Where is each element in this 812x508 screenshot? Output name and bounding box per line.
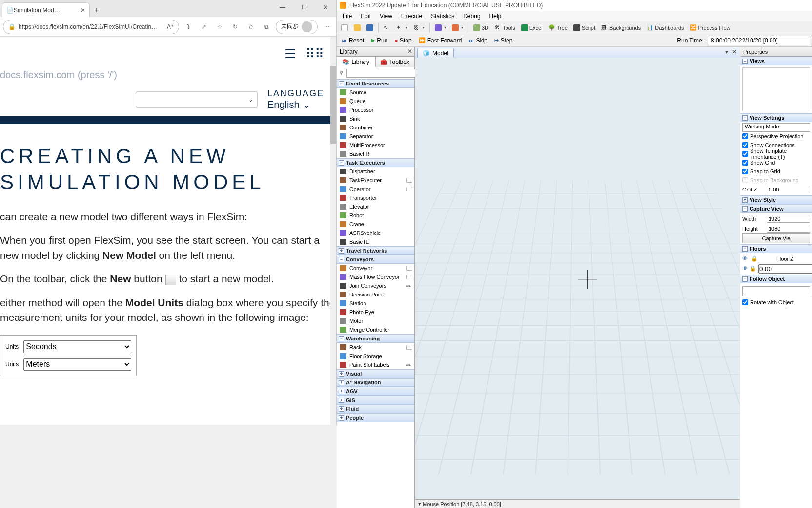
library-group[interactable]: −Warehousing xyxy=(337,334,414,343)
step-button[interactable]: ↦Step xyxy=(491,35,516,46)
library-item[interactable]: Queue xyxy=(337,97,414,106)
menu-edit[interactable]: Edit xyxy=(357,12,375,21)
open-button[interactable] xyxy=(351,22,363,33)
scrollbar-track[interactable] xyxy=(330,37,336,425)
library-item[interactable]: Elevator xyxy=(337,202,414,211)
menu-icon[interactable]: ☰ xyxy=(284,46,296,62)
library-item[interactable]: Separator xyxy=(337,132,414,141)
close-icon[interactable]: ✕ xyxy=(407,48,412,55)
section-capture-view[interactable]: −Capture View xyxy=(740,204,812,213)
lock-icon[interactable]: 🔒 xyxy=(751,255,758,262)
close-icon[interactable]: ✕ xyxy=(81,7,85,14)
time-units-select[interactable]: Seconds xyxy=(23,340,131,353)
dashboards-button[interactable]: 📊Dashboards xyxy=(644,22,686,33)
maximize-button[interactable]: ☐ xyxy=(293,0,315,15)
library-item[interactable]: Photo Eye xyxy=(337,308,414,317)
length-units-select[interactable]: Meters xyxy=(23,358,131,371)
connect-dropdown[interactable]: ⛓ xyxy=(411,22,427,33)
favorite-icon[interactable]: ✩ xyxy=(244,21,257,33)
backgrounds-button[interactable]: 🖼Backgrounds xyxy=(599,22,643,33)
menu-file[interactable]: File xyxy=(339,12,356,21)
lock-icon[interactable]: 🔒 xyxy=(750,265,756,272)
reader-icon[interactable]: A⁺ xyxy=(167,23,174,30)
floorz-input[interactable] xyxy=(758,264,812,274)
expand-badge-icon[interactable] xyxy=(406,345,412,350)
color-dropdown[interactable] xyxy=(432,22,448,33)
library-item[interactable]: Dispatcher xyxy=(337,167,414,176)
capture-width-input[interactable] xyxy=(767,215,810,223)
library-item[interactable]: Source xyxy=(337,88,414,97)
apps-grid-icon[interactable]: ⠿⠿ xyxy=(305,46,324,62)
library-group[interactable]: +A* Navigation xyxy=(337,378,414,387)
library-group[interactable]: +People xyxy=(337,413,414,422)
expand-badge-icon[interactable] xyxy=(406,275,412,279)
expand-badge-icon[interactable] xyxy=(406,266,412,271)
refresh-icon[interactable]: ↻ xyxy=(229,21,242,33)
capture-height-input[interactable] xyxy=(767,225,810,233)
chk-show-template[interactable] xyxy=(742,151,748,157)
gridz-input[interactable] xyxy=(767,186,810,193)
script-button[interactable]: Script xyxy=(571,22,598,33)
processflow-button[interactable]: 🔀Process Flow xyxy=(688,22,733,33)
library-group[interactable]: +Visual xyxy=(337,369,414,378)
tabs-dropdown-icon[interactable]: ▾ xyxy=(725,48,728,55)
menu-debug[interactable]: Debug xyxy=(459,12,484,21)
library-group[interactable]: −Conveyors xyxy=(337,255,414,264)
library-item[interactable]: Station xyxy=(337,299,414,308)
library-group[interactable]: −Fixed Resources xyxy=(337,79,414,88)
library-item[interactable]: BasicFR xyxy=(337,149,414,158)
browser-tab[interactable]: 📄 Simulation Mod… ✕ xyxy=(2,2,90,17)
chk-show-grid[interactable] xyxy=(742,160,748,166)
profile-sync-button[interactable]: 未同步 xyxy=(276,20,318,34)
eye-icon[interactable]: 👁 xyxy=(742,265,748,272)
library-group[interactable]: +Travel Networks xyxy=(337,246,414,255)
library-item[interactable]: MultiProcessor xyxy=(337,141,414,149)
create-object-dropdown[interactable]: ✦ xyxy=(394,22,410,33)
section-view-settings[interactable]: −View Settings xyxy=(740,113,812,122)
search-hint[interactable]: docs.flexsim.com (press '/') xyxy=(0,62,336,88)
new-button[interactable] xyxy=(339,22,350,33)
menu-view[interactable]: View xyxy=(376,12,396,21)
zoom-icon[interactable]: ⤢ xyxy=(198,21,210,33)
menu-execute[interactable]: Execute xyxy=(397,12,426,21)
library-item[interactable]: Operator xyxy=(337,185,414,193)
library-item[interactable]: Transporter xyxy=(337,193,414,202)
scrollbar-thumb[interactable] xyxy=(330,66,336,144)
follow-object-field[interactable] xyxy=(742,286,810,296)
expand-badge-icon[interactable] xyxy=(406,187,412,191)
expand-badge-icon[interactable] xyxy=(406,178,412,183)
library-item[interactable]: Mass Flow Conveyor xyxy=(337,273,414,281)
pencil-icon[interactable]: ✏ xyxy=(406,362,412,367)
working-mode-select[interactable]: Working Mode xyxy=(742,123,810,132)
section-floors[interactable]: −Floors xyxy=(740,244,812,253)
collections-icon[interactable]: ⧉ xyxy=(260,21,273,33)
excel-button[interactable]: Excel xyxy=(519,22,545,33)
library-item[interactable]: Processor xyxy=(337,106,414,114)
capture-view-button[interactable]: Capture Vie xyxy=(742,233,810,243)
reset-button[interactable]: ⏮Reset xyxy=(339,35,367,46)
url-box[interactable]: 🔒 https://docs.flexsim.com/en/22.1/FlexS… xyxy=(3,20,179,34)
chk-perspective[interactable] xyxy=(742,133,748,139)
library-group[interactable]: +GIS xyxy=(337,396,414,404)
run-button[interactable]: ▶Run xyxy=(368,35,390,46)
tab-library[interactable]: 📚 Library xyxy=(337,57,376,67)
fastforward-button[interactable]: ⏩Fast Forward xyxy=(416,35,465,46)
library-group[interactable]: +AGV xyxy=(337,387,414,396)
chk-snap-grid[interactable] xyxy=(742,169,748,174)
runtime-value[interactable]: 8:00:00 2022/10/20 [0.00] xyxy=(708,36,810,45)
library-item[interactable]: Decision Point xyxy=(337,290,414,299)
section-follow-object[interactable]: −Follow Object xyxy=(740,275,812,283)
language-select[interactable]: English ⌄ xyxy=(267,99,324,110)
3d-button[interactable]: 3D xyxy=(471,22,491,33)
views-list[interactable] xyxy=(742,67,810,111)
filter-icon[interactable]: ⛛ xyxy=(339,70,345,77)
library-item[interactable]: Sink xyxy=(337,114,414,123)
library-item[interactable]: Join Conveyors✏ xyxy=(337,281,414,290)
star-icon[interactable]: ☆ xyxy=(213,21,226,33)
library-group[interactable]: −Task Executers xyxy=(337,158,414,167)
tab-toolbox[interactable]: 🧰 Toolbox xyxy=(376,57,415,67)
library-item[interactable]: TaskExecuter xyxy=(337,176,414,185)
library-item[interactable]: Floor Storage xyxy=(337,352,414,360)
library-item[interactable]: Motor xyxy=(337,317,414,325)
tab-model[interactable]: 🧊 Model xyxy=(417,48,454,58)
